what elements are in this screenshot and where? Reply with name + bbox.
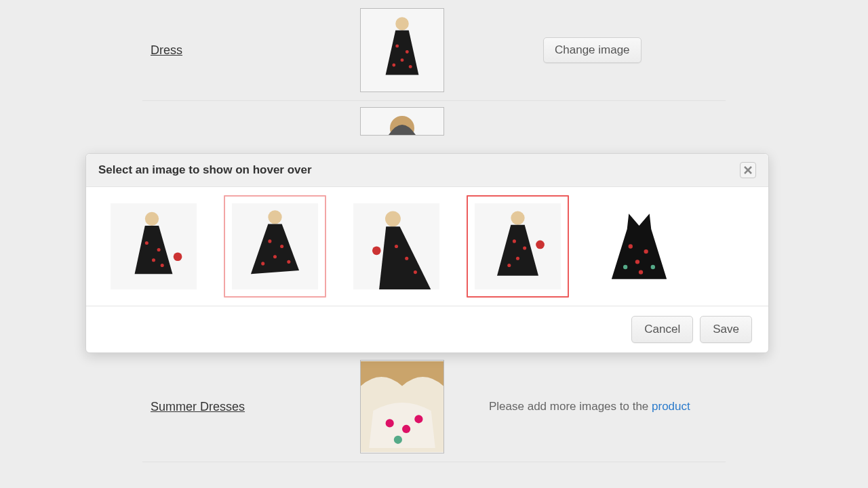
- svg-point-42: [629, 244, 633, 248]
- svg-point-2: [395, 44, 399, 47]
- image-option-1[interactable]: [102, 195, 205, 298]
- product-row: Dress Change image: [142, 0, 726, 101]
- svg-point-5: [392, 64, 395, 67]
- product-thumbnail[interactable]: [360, 107, 444, 136]
- image-option-2[interactable]: [224, 195, 326, 298]
- product-thumb-cell: [359, 8, 445, 92]
- svg-point-17: [157, 248, 161, 251]
- product-thumbnail[interactable]: [360, 360, 444, 453]
- svg-point-22: [268, 210, 281, 224]
- svg-point-18: [152, 258, 155, 262]
- dress-thumb-icon: [475, 203, 561, 289]
- product-name-cell: Summer Dresses: [142, 400, 359, 414]
- modal-body: [86, 187, 768, 306]
- add-images-hint: Please add more images to the product: [489, 400, 690, 413]
- svg-point-16: [145, 241, 149, 245]
- svg-point-45: [623, 265, 627, 269]
- modal-header: Select an image to show on hover over: [86, 154, 768, 187]
- svg-point-26: [261, 262, 264, 265]
- svg-point-46: [651, 265, 655, 269]
- svg-point-39: [507, 264, 511, 267]
- svg-point-31: [405, 257, 408, 260]
- svg-point-29: [385, 211, 401, 226]
- change-image-button[interactable]: Change image: [543, 37, 642, 63]
- product-link-inline[interactable]: product: [652, 400, 690, 413]
- product-thumb-cell: [359, 360, 445, 453]
- product-link-dress[interactable]: Dress: [151, 43, 182, 57]
- svg-point-43: [644, 249, 648, 253]
- dress-image-icon: [361, 108, 443, 135]
- summer-dress-image-icon: [361, 361, 443, 453]
- svg-point-19: [161, 264, 164, 267]
- product-row: [142, 101, 726, 142]
- svg-point-36: [513, 239, 516, 243]
- product-thumbnail[interactable]: [360, 8, 444, 92]
- close-button[interactable]: [740, 162, 756, 178]
- svg-point-47: [639, 270, 643, 274]
- image-option-5[interactable]: [588, 195, 690, 298]
- svg-point-38: [516, 257, 519, 260]
- dress-thumb-icon: [232, 203, 318, 289]
- save-button[interactable]: Save: [700, 316, 752, 343]
- product-row: Summer Dresses Please add more images to…: [142, 352, 726, 462]
- image-selector-modal: Select an image to show on hover over Ca…: [85, 153, 769, 353]
- product-action-cell: Please add more images to the product: [445, 400, 726, 413]
- product-link-summer-dresses[interactable]: Summer Dresses: [151, 400, 245, 413]
- svg-point-40: [536, 241, 545, 249]
- image-option-3[interactable]: [345, 195, 448, 298]
- svg-point-20: [174, 252, 182, 261]
- svg-point-33: [372, 247, 381, 256]
- svg-point-44: [635, 260, 639, 264]
- product-action-cell: Change image: [445, 37, 726, 63]
- svg-point-24: [280, 245, 283, 248]
- svg-point-1: [395, 17, 409, 30]
- svg-point-35: [511, 211, 524, 224]
- dress-thumb-icon: [353, 203, 439, 289]
- svg-point-6: [409, 65, 412, 68]
- modal-title: Select an image to show on hover over: [98, 163, 312, 177]
- svg-point-11: [402, 425, 410, 433]
- image-option-4[interactable]: [467, 195, 569, 298]
- svg-point-23: [268, 239, 271, 243]
- svg-point-32: [414, 270, 417, 274]
- dress-flat-icon: [596, 203, 682, 289]
- modal-footer: Cancel Save: [86, 306, 768, 352]
- svg-point-37: [523, 247, 526, 250]
- dress-thumb-icon: [111, 203, 197, 289]
- svg-point-30: [395, 245, 398, 248]
- dress-image-icon: [361, 9, 443, 92]
- svg-point-15: [145, 212, 159, 226]
- svg-point-10: [386, 419, 394, 427]
- close-icon: [744, 166, 752, 174]
- svg-point-4: [401, 58, 404, 62]
- svg-point-27: [287, 260, 290, 264]
- svg-point-13: [394, 436, 402, 444]
- svg-point-25: [273, 255, 277, 258]
- svg-point-12: [414, 415, 422, 423]
- cancel-button[interactable]: Cancel: [631, 316, 693, 343]
- product-name-cell: Dress: [142, 43, 359, 58]
- svg-point-3: [406, 50, 409, 54]
